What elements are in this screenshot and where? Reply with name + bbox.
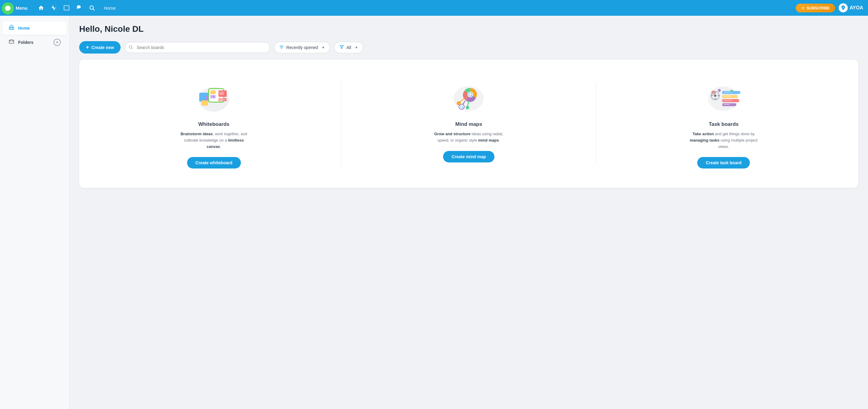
filter-label: All [346, 45, 351, 50]
ayoa-logo-icon [839, 3, 848, 12]
svg-line-2 [93, 9, 95, 10]
board-type-taskboard: Task boards Take action and get things d… [596, 72, 851, 176]
create-taskboard-button[interactable]: Create task board [697, 157, 750, 169]
board-types-grid: 📎 Whiteboards [87, 72, 851, 176]
mindmap-illustration [447, 79, 490, 115]
nav-icons [35, 2, 98, 13]
sidebar-home-label: Home [18, 26, 30, 31]
current-page-label: Home [104, 5, 116, 10]
board-types-card: 📎 Whiteboards [79, 60, 858, 188]
whiteboard-illustration: 📎 [193, 79, 235, 115]
svg-rect-53 [724, 92, 733, 92]
svg-marker-9 [340, 46, 343, 49]
page-greeting: Hello, Nicole DL [79, 24, 858, 34]
sidebar-item-folders[interactable]: Folders + [2, 35, 67, 49]
svg-rect-20 [219, 93, 224, 93]
svg-rect-0 [64, 6, 69, 10]
sidebar-folders-label: Folders [18, 40, 34, 45]
svg-rect-12 [202, 100, 208, 105]
create-whiteboard-button[interactable]: Create whiteboard [187, 157, 241, 169]
taskboard-illustration [702, 79, 745, 115]
search-box [125, 42, 270, 53]
create-new-button[interactable]: + Create new [79, 41, 121, 54]
svg-rect-55 [724, 100, 732, 100]
top-navigation: Menu Home ★ SUBSCRIBE AYOA [0, 0, 868, 16]
search-icon [128, 45, 133, 50]
nav-tasks-icon[interactable] [61, 2, 72, 13]
mindmap-title: Mind maps [456, 121, 483, 127]
taskboard-title: Task boards [709, 121, 739, 127]
recently-opened-label: Recently opened [286, 45, 318, 50]
create-new-label: Create new [92, 45, 114, 50]
create-mindmap-button[interactable]: Create mind map [443, 151, 494, 163]
svg-rect-51 [722, 99, 739, 102]
svg-point-40 [718, 89, 721, 92]
sort-icon [279, 45, 284, 50]
home-icon [8, 24, 14, 32]
nav-pulse-icon[interactable] [48, 2, 60, 13]
svg-rect-22 [218, 98, 227, 101]
svg-rect-54 [724, 96, 731, 96]
nav-search-icon[interactable] [86, 2, 98, 13]
board-type-whiteboard: 📎 Whiteboards [87, 72, 341, 176]
nav-announce-icon[interactable] [73, 2, 85, 13]
toolbar: + Create new Recently opened ▼ [79, 41, 858, 54]
svg-rect-24 [219, 100, 224, 100]
svg-rect-23 [219, 98, 224, 99]
mindmap-desc: Grow and structure ideas using radial, s… [433, 131, 505, 144]
subscribe-star-icon: ★ [801, 6, 805, 10]
recently-opened-filter[interactable]: Recently opened ▼ [274, 42, 330, 53]
add-folder-icon: + [56, 40, 58, 45]
topnav-right: ★ SUBSCRIBE AYOA [796, 3, 863, 12]
svg-rect-19 [219, 92, 224, 92]
svg-text:📎: 📎 [212, 95, 215, 98]
sidebar-item-home[interactable]: Home [2, 21, 67, 35]
add-folder-button[interactable]: + [54, 39, 61, 46]
svg-point-37 [466, 106, 469, 109]
svg-rect-49 [722, 91, 740, 94]
main-layout: Home Folders + Hello, Nicole DL + Create… [0, 16, 868, 409]
subscribe-button[interactable]: ★ SUBSCRIBE [796, 4, 835, 12]
svg-line-5 [132, 48, 133, 49]
filter-chevron-icon: ▼ [355, 46, 358, 49]
sidebar: Home Folders + [0, 16, 69, 409]
recently-opened-chevron-icon: ▼ [321, 46, 325, 49]
subscribe-label: SUBSCRIBE [807, 6, 830, 10]
svg-point-44 [714, 94, 717, 97]
svg-rect-3 [9, 27, 14, 30]
svg-rect-56 [724, 104, 730, 105]
nav-home-icon[interactable] [35, 2, 47, 13]
search-input[interactable] [125, 42, 270, 53]
chat-bubble[interactable] [2, 2, 14, 14]
folders-icon [8, 38, 14, 46]
whiteboard-title: Whiteboards [198, 121, 229, 127]
main-content: Hello, Nicole DL + Create new Recently o… [69, 16, 868, 409]
svg-rect-15 [210, 90, 216, 94]
all-filter[interactable]: All ▼ [334, 42, 363, 53]
menu-label: Menu [16, 5, 28, 10]
filter-icon [339, 45, 344, 50]
ayoa-logo: AYOA [839, 3, 863, 12]
svg-rect-21 [219, 94, 224, 95]
board-type-mindmap: Mind maps Grow and structure ideas using… [341, 72, 596, 176]
ayoa-logo-text: AYOA [849, 5, 863, 10]
whiteboard-desc: Brainstorm ideas, work together, and cul… [178, 131, 250, 150]
taskboard-desc: Take action and get things done by manag… [687, 131, 760, 150]
create-new-plus-icon: + [86, 44, 89, 51]
